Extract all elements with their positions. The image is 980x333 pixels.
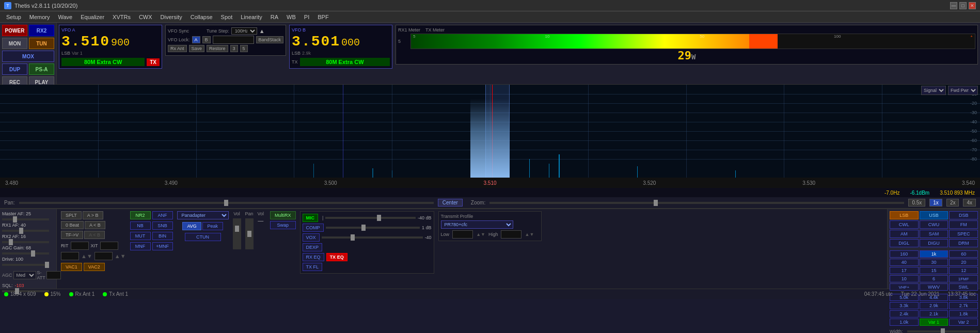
- a-b2-button[interactable]: A < B: [84, 231, 105, 239]
- high-input[interactable]: 3080: [501, 230, 521, 239]
- profile-select[interactable]: PR780+cfc: [441, 220, 513, 229]
- zoom-2-btn[interactable]: 2x: [946, 199, 959, 207]
- avg-button[interactable]: AVG: [182, 222, 201, 230]
- rx2-button[interactable]: RX2: [29, 25, 54, 36]
- band-wwv[interactable]: WWV: [920, 283, 949, 291]
- vfo-a-freq[interactable]: 3.510: [61, 34, 110, 50]
- agc-mode-select[interactable]: MedFastSlow: [13, 271, 36, 279]
- menu-collapse[interactable]: Collapse: [186, 13, 217, 21]
- tx-eq-button[interactable]: TX EQ: [326, 253, 347, 261]
- zero-beat-button[interactable]: 0 Beat: [61, 221, 84, 229]
- filter-18k[interactable]: 1.8k: [949, 310, 978, 318]
- mode-am[interactable]: AM: [890, 230, 919, 238]
- rx-ant-btn[interactable]: Rx Ant: [168, 45, 187, 52]
- band-vhf[interactable]: VHF+: [890, 283, 919, 291]
- menu-linearity[interactable]: Linearity: [236, 13, 266, 21]
- band-10[interactable]: 10: [890, 275, 919, 282]
- rit2-input[interactable]: 0: [61, 252, 79, 260]
- close-button[interactable]: ✕: [969, 2, 976, 9]
- vac1-button[interactable]: VAC1: [61, 263, 82, 271]
- nb-button[interactable]: NB: [130, 221, 151, 230]
- vol-slider[interactable]: [233, 218, 241, 249]
- mic-slider[interactable]: [325, 217, 416, 219]
- mox-button[interactable]: MOX: [2, 51, 54, 62]
- panadapter-select[interactable]: Panadapter: [177, 211, 229, 219]
- filter-21k[interactable]: 2.1k: [920, 310, 949, 318]
- menu-ra[interactable]: RA: [266, 13, 282, 21]
- menu-cwx[interactable]: CWX: [135, 13, 156, 21]
- dup-button[interactable]: DUP: [2, 64, 27, 75]
- bin-button[interactable]: BIN: [152, 232, 173, 240]
- band-12[interactable]: 12: [949, 267, 978, 274]
- band-1k[interactable]: 1k: [920, 250, 949, 258]
- menu-spot[interactable]: Spot: [217, 13, 237, 21]
- b-a-button[interactable]: A < B: [85, 221, 105, 229]
- zoom-4-btn[interactable]: 4x: [963, 199, 976, 207]
- vfo-b-freq-small[interactable]: 000: [341, 37, 360, 49]
- comp-slider[interactable]: [326, 227, 420, 229]
- xit2-input[interactable]: 0: [94, 252, 113, 260]
- vfo-a-freq-small[interactable]: 900: [111, 37, 130, 49]
- a-b-button[interactable]: A > B: [83, 211, 103, 219]
- master-af-slider[interactable]: [2, 218, 49, 220]
- num5-btn[interactable]: 5: [240, 45, 248, 52]
- filter-10k[interactable]: 1.0k: [890, 319, 919, 326]
- mode-cwu[interactable]: CWU: [920, 220, 949, 229]
- signal-select[interactable]: Signal: [921, 86, 946, 95]
- menu-diversity[interactable]: Diversity: [156, 13, 186, 21]
- xit-input[interactable]: 0: [100, 242, 118, 250]
- agc-gain-slider[interactable]: [2, 252, 49, 255]
- save-btn[interactable]: Save: [189, 45, 205, 52]
- band-6[interactable]: 6: [920, 275, 949, 282]
- minimize-button[interactable]: —: [950, 2, 957, 9]
- maximize-button[interactable]: □: [959, 2, 967, 9]
- vfo-a-band[interactable]: 80M Extra CW: [61, 58, 145, 66]
- restore-btn[interactable]: Restore: [207, 45, 228, 52]
- low-input[interactable]: 80: [452, 230, 473, 239]
- zoom-1-btn[interactable]: 1x: [929, 199, 942, 207]
- filter-var2[interactable]: Var 2: [949, 319, 978, 326]
- menu-memory[interactable]: Memory: [25, 13, 54, 21]
- psa-button[interactable]: PS-A: [29, 64, 54, 75]
- pan-vol-slider[interactable]: [245, 218, 254, 249]
- vac2-button[interactable]: VAC2: [84, 263, 105, 271]
- band-60[interactable]: 60: [949, 250, 978, 258]
- mode-digl[interactable]: DIGL: [890, 239, 919, 247]
- mode-fm[interactable]: FM: [949, 220, 978, 229]
- tf-v-button[interactable]: TF->V: [61, 231, 83, 239]
- mode-lsb[interactable]: LSB: [890, 211, 919, 219]
- rit-input[interactable]: 0: [71, 242, 89, 250]
- band-swl[interactable]: SWL: [949, 283, 978, 291]
- mut-button[interactable]: MUT: [130, 232, 151, 240]
- mode-drm[interactable]: DRM: [949, 239, 978, 247]
- rx2-af-slider[interactable]: [2, 241, 49, 243]
- menu-setup[interactable]: Setup: [2, 13, 25, 21]
- vfo-b-freq[interactable]: 3.501: [292, 34, 340, 50]
- menu-wave[interactable]: Wave: [54, 13, 76, 21]
- mic-button[interactable]: MIC: [303, 214, 319, 222]
- mode-sam[interactable]: SAM: [920, 230, 949, 238]
- comp-button[interactable]: COMP: [303, 224, 324, 232]
- band-20[interactable]: 20: [949, 259, 978, 266]
- band-160[interactable]: 160: [890, 250, 919, 258]
- band-40[interactable]: 40: [890, 259, 919, 266]
- splt-button[interactable]: SPLT: [61, 211, 82, 219]
- filter-29k[interactable]: 2.9k: [920, 302, 949, 309]
- filter-24k[interactable]: 2.4k: [890, 310, 919, 318]
- menu-pi[interactable]: PI: [300, 13, 313, 21]
- width-slider[interactable]: [907, 330, 978, 332]
- multirx-button[interactable]: MultiRX: [270, 211, 296, 219]
- band-1fmf[interactable]: 1FMF: [949, 275, 978, 282]
- center-button[interactable]: Center: [438, 199, 463, 207]
- menu-equalizer[interactable]: Equalizer: [76, 13, 108, 21]
- anf-button[interactable]: ANF: [152, 211, 173, 219]
- bandstack-btn[interactable]: BandStack: [256, 36, 284, 43]
- vfo-b-sync-btn[interactable]: B: [202, 36, 211, 43]
- band-17[interactable]: 17: [890, 267, 919, 274]
- pmnf-button[interactable]: +MNF: [152, 242, 173, 250]
- nr2-button[interactable]: NR2: [130, 211, 151, 219]
- ctun-button[interactable]: CTUN: [185, 233, 221, 241]
- tun-button[interactable]: TUN: [29, 38, 54, 49]
- swap-button[interactable]: Swap: [270, 221, 296, 229]
- band-15[interactable]: 15: [920, 267, 949, 274]
